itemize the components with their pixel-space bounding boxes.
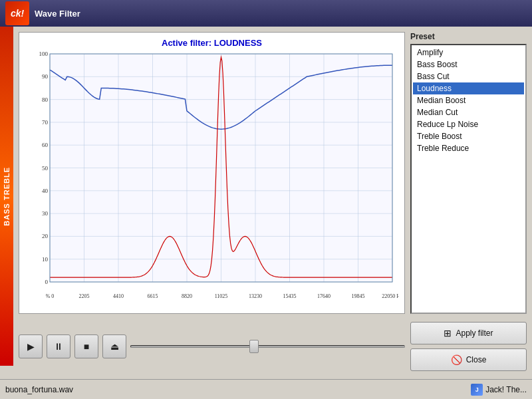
- preset-item[interactable]: Median Boost: [413, 94, 524, 106]
- transport-area: ▶ ⏸ ■ ⏏: [19, 319, 405, 374]
- slider-thumb[interactable]: [249, 340, 259, 353]
- pause-button[interactable]: ⏸: [47, 334, 70, 358]
- preset-item[interactable]: Bass Cut: [413, 70, 524, 82]
- apply-filter-label: Apply filter: [456, 329, 493, 338]
- bottom-controls: ▶ ⏸ ■ ⏏ ⊞ Apply filter: [19, 319, 527, 374]
- pause-icon: ⏸: [54, 341, 63, 352]
- window-title: Wave Filter: [35, 9, 80, 19]
- close-label: Close: [466, 355, 487, 364]
- preset-item[interactable]: Treble Reduce: [413, 142, 524, 154]
- status-app: J Jack! The...: [471, 384, 527, 396]
- slider-track[interactable]: [130, 345, 405, 348]
- close-button[interactable]: 🚫 Close: [410, 348, 527, 371]
- apply-filter-button[interactable]: ⊞ Apply filter: [410, 322, 527, 344]
- preset-item[interactable]: Amplify: [413, 47, 524, 59]
- left-accent-bar: BASS TREBLE: [0, 27, 13, 366]
- chart-title: Active filter: LOUDNESS: [25, 38, 399, 48]
- status-filename: buona_fortuna.wav: [5, 385, 73, 394]
- eject-icon: ⏏: [110, 341, 119, 352]
- app-name-label: Jack! The...: [485, 385, 527, 394]
- filter-chart: [25, 51, 399, 301]
- preset-label: Preset: [410, 32, 527, 41]
- left-bar-label: BASS TREBLE: [3, 167, 11, 226]
- preset-panel: Preset AmplifyBass BoostBass CutLoudness…: [410, 32, 527, 314]
- play-button[interactable]: ▶: [19, 334, 43, 358]
- stop-button[interactable]: ■: [74, 334, 98, 358]
- position-slider-container: [130, 340, 405, 353]
- right-buttons: ⊞ Apply filter 🚫 Close: [410, 319, 527, 374]
- preset-item[interactable]: Median Cut: [413, 106, 524, 118]
- preset-item[interactable]: Loudness: [413, 82, 524, 94]
- preset-item[interactable]: Reduce Lp Noise: [413, 118, 524, 130]
- title-bar: ck! Wave Filter: [0, 0, 532, 27]
- chart-area: Active filter: LOUDNESS: [19, 32, 405, 314]
- eject-button[interactable]: ⏏: [102, 334, 126, 358]
- status-bar: buona_fortuna.wav J Jack! The...: [0, 379, 532, 399]
- top-section: Active filter: LOUDNESS Preset AmplifyBa…: [19, 32, 527, 314]
- preset-listbox[interactable]: AmplifyBass BoostBass CutLoudnessMedian …: [410, 44, 527, 314]
- main-content: Active filter: LOUDNESS Preset AmplifyBa…: [13, 27, 532, 379]
- app-logo: ck!: [5, 1, 29, 25]
- stop-icon: ■: [84, 341, 89, 352]
- chart-wrapper: [25, 51, 399, 301]
- preset-item[interactable]: Treble Boost: [413, 130, 524, 142]
- app-status-icon: J: [471, 384, 483, 396]
- apply-filter-icon: ⊞: [444, 328, 452, 338]
- close-icon: 🚫: [451, 354, 462, 365]
- preset-item[interactable]: Bass Boost: [413, 59, 524, 70]
